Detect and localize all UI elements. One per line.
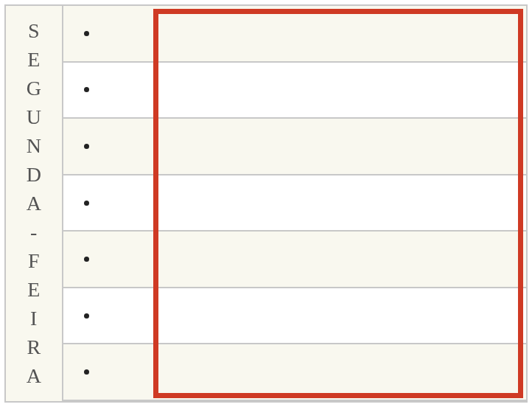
- bullet-icon: [84, 257, 89, 262]
- bullet-icon: [84, 369, 89, 375]
- day-label-letter: A: [27, 366, 42, 386]
- day-label-letter: N: [27, 136, 42, 156]
- day-label-letter: D: [27, 164, 42, 185]
- day-label-column: SEGUNDA-FEIRA: [6, 6, 63, 401]
- entries-column: [63, 6, 526, 401]
- bullet-icon: [84, 144, 89, 149]
- bullet-icon: [84, 313, 89, 319]
- day-label-letter: E: [27, 279, 41, 300]
- day-label-letter: S: [28, 21, 40, 41]
- day-label-letter: U: [27, 107, 42, 128]
- entry-row[interactable]: [63, 175, 526, 232]
- entry-row[interactable]: [63, 232, 526, 288]
- bullet-icon: [84, 201, 89, 206]
- entry-row[interactable]: [63, 119, 526, 175]
- day-label-letter: G: [27, 78, 42, 99]
- day-label-letter: R: [27, 337, 41, 358]
- day-label-letter: I: [30, 308, 38, 329]
- entry-row[interactable]: [63, 288, 526, 345]
- entry-row[interactable]: [63, 63, 526, 119]
- day-label-letter: A: [27, 193, 42, 214]
- day-label-letter: -: [30, 222, 38, 243]
- entry-row[interactable]: [63, 344, 526, 401]
- bullet-icon: [84, 31, 89, 36]
- day-planner: SEGUNDA-FEIRA: [4, 4, 528, 403]
- entry-row[interactable]: [63, 6, 526, 63]
- day-label-letter: E: [27, 49, 41, 70]
- day-label-letter: F: [28, 251, 40, 271]
- bullet-icon: [84, 87, 89, 92]
